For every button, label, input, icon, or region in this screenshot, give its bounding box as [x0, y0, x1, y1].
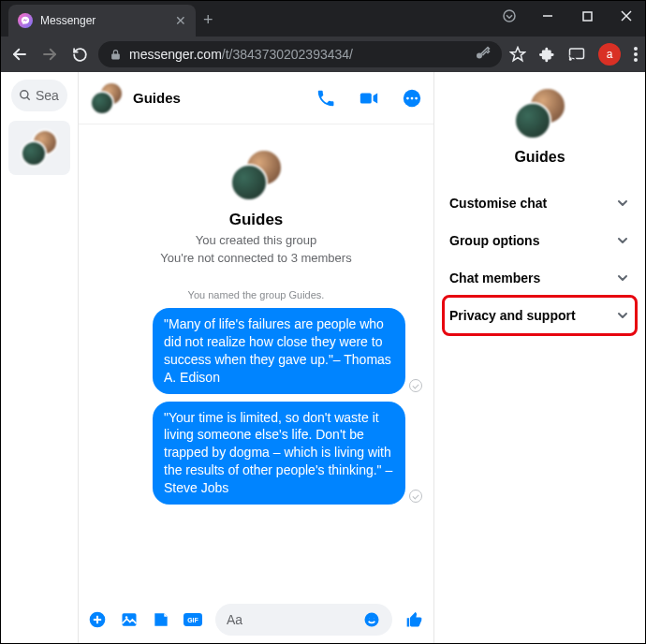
- system-message: You named the group Guides.: [90, 289, 422, 300]
- svg-point-12: [634, 52, 638, 56]
- group-avatar: [230, 149, 283, 201]
- chevron-down-icon: [615, 196, 630, 211]
- group-avatar: [514, 87, 566, 139]
- svg-point-10: [570, 59, 572, 61]
- profile-avatar[interactable]: a: [598, 43, 621, 66]
- emoji-picker-button[interactable]: [362, 610, 381, 629]
- svg-point-30: [365, 613, 379, 627]
- extensions-icon[interactable]: [539, 47, 555, 63]
- compose-bar: GIF Aa: [79, 596, 433, 643]
- bookmark-star-icon[interactable]: [509, 46, 526, 63]
- conversation-list: Sea: [1, 72, 78, 643]
- svg-point-21: [415, 96, 418, 99]
- back-button[interactable]: [8, 43, 31, 66]
- chat-header: Guides: [79, 72, 433, 124]
- svg-point-19: [406, 96, 409, 99]
- svg-rect-16: [360, 93, 372, 103]
- svg-point-20: [411, 96, 414, 99]
- details-panel: Guides Customise chat Group options Chat…: [434, 72, 645, 643]
- svg-rect-2: [583, 12, 592, 21]
- svg-point-31: [368, 617, 370, 619]
- window-minimize-button[interactable]: [529, 2, 566, 30]
- app-content: Sea Guides Guides You created this group…: [1, 72, 645, 643]
- close-tab-icon[interactable]: ✕: [175, 13, 186, 28]
- window-maximize-button[interactable]: [568, 2, 606, 30]
- svg-point-32: [373, 617, 374, 619]
- cast-icon[interactable]: [568, 46, 585, 63]
- chevron-down-icon: [615, 271, 630, 285]
- window-close-button[interactable]: [608, 2, 645, 30]
- details-options: Customise chat Group options Chat member…: [444, 184, 636, 334]
- svg-point-14: [21, 91, 28, 98]
- url-text: messenger.com/t/3843730202393434/: [129, 47, 353, 62]
- group-avatar: [21, 129, 58, 167]
- svg-point-13: [634, 58, 638, 62]
- intro-subtitle-1: You created this group: [196, 233, 317, 247]
- intro-subtitle-2: You're not connected to 3 members: [160, 251, 351, 265]
- details-title: Guides: [514, 149, 565, 166]
- gif-button[interactable]: GIF: [184, 610, 202, 629]
- conversation-info-button[interactable]: [402, 88, 422, 109]
- option-chat-members[interactable]: Chat members: [444, 259, 636, 297]
- conversation-item-selected[interactable]: [8, 121, 70, 175]
- svg-point-26: [125, 616, 128, 619]
- tab-overflow-icon[interactable]: [501, 7, 518, 24]
- svg-marker-27: [164, 613, 167, 616]
- svg-text:GIF: GIF: [187, 617, 198, 623]
- svg-marker-8: [511, 48, 525, 61]
- svg-point-0: [504, 10, 515, 22]
- message-row: "Many of life's failures are people who …: [90, 308, 422, 394]
- svg-marker-17: [374, 93, 378, 103]
- chat-title: Guides: [133, 90, 181, 106]
- messenger-icon: [18, 13, 33, 28]
- svg-rect-9: [570, 49, 584, 59]
- chat-body: Guides You created this group You're not…: [79, 124, 433, 596]
- delivered-icon: [409, 379, 422, 392]
- photo-button[interactable]: [120, 610, 139, 629]
- key-icon[interactable]: [474, 46, 491, 63]
- chevron-down-icon: [615, 233, 630, 248]
- message-bubble[interactable]: "Many of life's failures are people who …: [153, 308, 405, 394]
- chat-intro: Guides You created this group You're not…: [90, 149, 422, 265]
- message-bubble[interactable]: "Your time is limited, so don't waste it…: [153, 402, 405, 505]
- browser-titlebar: Messenger ✕ +: [1, 1, 645, 37]
- audio-call-button[interactable]: [316, 88, 336, 109]
- chevron-down-icon: [615, 308, 630, 323]
- new-tab-button[interactable]: +: [203, 10, 213, 30]
- forward-button[interactable]: [38, 43, 61, 66]
- like-button[interactable]: [405, 610, 424, 629]
- option-customise-chat[interactable]: Customise chat: [444, 184, 636, 222]
- address-bar: messenger.com/t/3843730202393434/ a: [1, 37, 645, 72]
- lock-icon: [110, 49, 122, 61]
- intro-title: Guides: [229, 211, 284, 229]
- browser-menu-icon[interactable]: [634, 47, 638, 62]
- browser-tab[interactable]: Messenger ✕: [8, 5, 196, 37]
- delivered-icon: [409, 490, 422, 503]
- reload-button[interactable]: [68, 43, 91, 66]
- url-bar[interactable]: messenger.com/t/3843730202393434/: [98, 41, 502, 67]
- sticker-button[interactable]: [152, 610, 170, 629]
- video-call-button[interactable]: [357, 88, 381, 109]
- message-row: "Your time is limited, so don't waste it…: [90, 402, 422, 505]
- search-input[interactable]: Sea: [11, 80, 67, 111]
- chat-pane: Guides Guides You created this group You…: [78, 72, 434, 643]
- window-controls: [501, 1, 645, 31]
- svg-rect-25: [123, 613, 137, 625]
- svg-point-11: [634, 47, 638, 51]
- open-more-button[interactable]: [88, 610, 107, 629]
- group-avatar: [90, 81, 124, 115]
- message-input[interactable]: Aa: [215, 604, 392, 636]
- option-group-options[interactable]: Group options: [444, 222, 636, 259]
- tab-title: Messenger: [40, 14, 168, 27]
- option-privacy-and-support[interactable]: Privacy and support: [444, 297, 636, 334]
- svg-line-15: [27, 97, 30, 100]
